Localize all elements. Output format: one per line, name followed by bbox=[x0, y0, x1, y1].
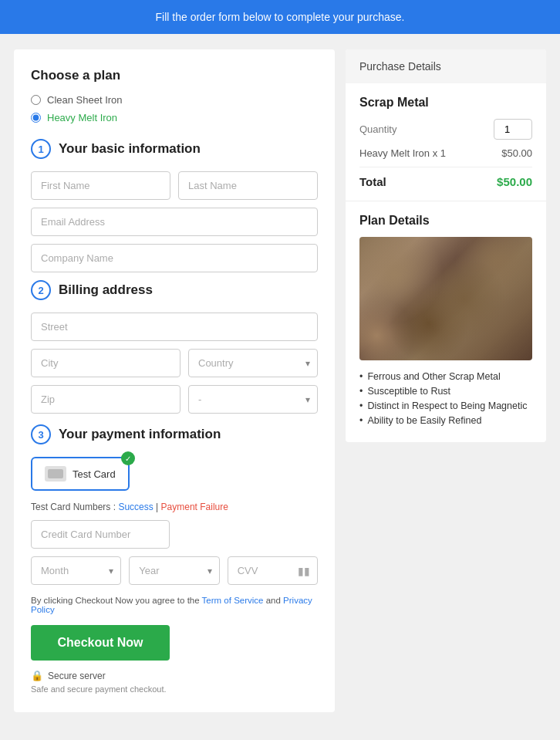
right-panel: Purchase Details Scrap Metal Quantity He… bbox=[346, 49, 546, 442]
secure-label: Secure server bbox=[48, 671, 106, 681]
step2-label: Billing address bbox=[59, 282, 153, 298]
city-country-row: Country bbox=[31, 349, 318, 377]
plan-radio-clean[interactable] bbox=[31, 95, 41, 105]
payment-section: 3 Your payment information Test Card ✓ T… bbox=[31, 424, 318, 694]
email-row bbox=[31, 208, 318, 236]
month-select-wrapper: Month 01 02 03 04 05 06 07 08 09 10 11 bbox=[31, 556, 121, 585]
email-input[interactable] bbox=[31, 208, 318, 236]
country-select-wrapper: Country bbox=[188, 349, 318, 377]
test-card-numbers: Test Card Numbers : Success | Payment Fa… bbox=[31, 502, 318, 512]
step2-header: 2 Billing address bbox=[31, 280, 318, 300]
expiry-row: Month 01 02 03 04 05 06 07 08 09 10 11 bbox=[31, 556, 318, 585]
card-icon bbox=[45, 466, 66, 482]
total-row: Total $50.00 bbox=[359, 175, 532, 188]
quantity-label: Quantity bbox=[359, 123, 396, 135]
company-row bbox=[31, 244, 318, 272]
country-select[interactable]: Country bbox=[188, 349, 318, 377]
total-label: Total bbox=[359, 175, 386, 188]
year-select-wrapper: Year 2024 2025 2026 2027 bbox=[129, 556, 219, 585]
failure-link[interactable]: Payment Failure bbox=[161, 502, 228, 512]
card-option-wrapper: Test Card ✓ bbox=[31, 457, 130, 491]
tos-link[interactable]: Term of Service bbox=[202, 596, 264, 605]
check-badge: ✓ bbox=[121, 451, 135, 465]
purchase-details-body: Scrap Metal Quantity Heavy Melt Iron x 1… bbox=[346, 83, 546, 201]
cc-input-wrapper bbox=[31, 520, 318, 549]
top-banner: Fill the order form below to complete yo… bbox=[0, 0, 560, 34]
feature-4: Ability to be Easily Refined bbox=[359, 415, 532, 426]
terms-prefix: By clicking Checkout Now you agree to th… bbox=[31, 596, 202, 605]
step1-label: Your basic information bbox=[59, 141, 201, 157]
step1-header: 1 Your basic information bbox=[31, 139, 318, 159]
feature-1: Ferrous and Other Scrap Metal bbox=[359, 371, 532, 382]
card-label: Test Card bbox=[73, 468, 116, 480]
step3-number: 3 bbox=[38, 429, 43, 441]
plan-option-clean[interactable]: Clean Sheet Iron bbox=[31, 94, 318, 106]
state-select[interactable]: - bbox=[188, 385, 318, 414]
name-row bbox=[31, 171, 318, 200]
zip-input[interactable] bbox=[31, 385, 180, 414]
first-name-input[interactable] bbox=[31, 171, 170, 200]
line-item-label: Heavy Melt Iron x 1 bbox=[359, 147, 446, 159]
step3-header: 3 Your payment information bbox=[31, 424, 318, 444]
scrap-metal-image bbox=[359, 237, 532, 360]
step2-number: 2 bbox=[38, 285, 43, 296]
success-link[interactable]: Success bbox=[118, 502, 153, 512]
divider bbox=[359, 167, 532, 167]
street-input[interactable] bbox=[31, 313, 318, 341]
month-select[interactable]: Month 01 02 03 04 05 06 07 08 09 10 11 bbox=[31, 556, 121, 585]
step1-number: 1 bbox=[38, 144, 43, 155]
product-name: Scrap Metal bbox=[359, 96, 532, 110]
cvv-card-icon: ▮▮ bbox=[298, 565, 310, 577]
left-panel: Choose a plan Clean Sheet Iron Heavy Mel… bbox=[14, 49, 335, 712]
plan-option-heavy[interactable]: Heavy Melt Iron bbox=[31, 112, 318, 123]
zip-state-row: - bbox=[31, 385, 318, 414]
total-value: $50.00 bbox=[497, 175, 532, 188]
page-wrapper: Fill the order form below to complete yo… bbox=[0, 0, 560, 728]
main-content: Choose a plan Clean Sheet Iron Heavy Mel… bbox=[0, 34, 560, 728]
credit-card-input[interactable] bbox=[31, 520, 170, 549]
plan-options-section: Choose a plan Clean Sheet Iron Heavy Mel… bbox=[31, 68, 318, 123]
billing-section: 2 Billing address Country bbox=[31, 280, 318, 414]
line-item-price: $50.00 bbox=[501, 147, 532, 159]
plan-radio-heavy[interactable] bbox=[31, 113, 41, 123]
test-numbers-prefix: Test Card Numbers : bbox=[31, 502, 118, 512]
step2-circle: 2 bbox=[31, 280, 51, 300]
last-name-input[interactable] bbox=[178, 171, 318, 200]
company-input[interactable] bbox=[31, 244, 318, 272]
purchase-details-header: Purchase Details bbox=[346, 49, 546, 83]
plan-label-heavy: Heavy Melt Iron bbox=[47, 112, 117, 123]
state-select-wrapper: - bbox=[188, 385, 318, 414]
test-card-option[interactable]: Test Card bbox=[31, 457, 130, 491]
street-row bbox=[31, 313, 318, 341]
banner-text: Fill the order form below to complete yo… bbox=[156, 11, 405, 23]
quantity-input[interactable] bbox=[494, 119, 532, 140]
checkout-button[interactable]: Checkout Now bbox=[31, 625, 170, 661]
plan-label-clean: Clean Sheet Iron bbox=[47, 94, 123, 106]
choose-plan-title: Choose a plan bbox=[31, 68, 318, 83]
feature-3: Distinct in Respect to Being Magnetic bbox=[359, 400, 532, 411]
feature-2: Susceptible to Rust bbox=[359, 386, 532, 397]
plan-details-title: Plan Details bbox=[359, 214, 532, 228]
lock-icon: 🔒 bbox=[31, 670, 43, 681]
card-icon-inner bbox=[48, 469, 63, 478]
secure-subtext: Safe and secure payment checkout. bbox=[31, 684, 318, 694]
pipe-separator: | bbox=[153, 502, 161, 512]
step3-label: Your payment information bbox=[59, 427, 221, 442]
city-input[interactable] bbox=[31, 349, 180, 377]
cvv-wrapper: ▮▮ bbox=[228, 556, 318, 585]
step1-circle: 1 bbox=[31, 139, 51, 159]
step3-circle: 3 bbox=[31, 424, 51, 444]
quantity-row: Quantity bbox=[359, 119, 532, 140]
line-item-row: Heavy Melt Iron x 1 $50.00 bbox=[359, 147, 532, 159]
year-select[interactable]: Year 2024 2025 2026 2027 bbox=[129, 556, 219, 585]
terms-text: By clicking Checkout Now you agree to th… bbox=[31, 596, 318, 614]
secure-row: 🔒 Secure server bbox=[31, 670, 318, 681]
plan-details-section: Plan Details Ferrous and Other Scrap Met… bbox=[346, 201, 546, 442]
plan-features-list: Ferrous and Other Scrap Metal Susceptibl… bbox=[359, 371, 532, 426]
terms-middle: and bbox=[264, 596, 284, 605]
